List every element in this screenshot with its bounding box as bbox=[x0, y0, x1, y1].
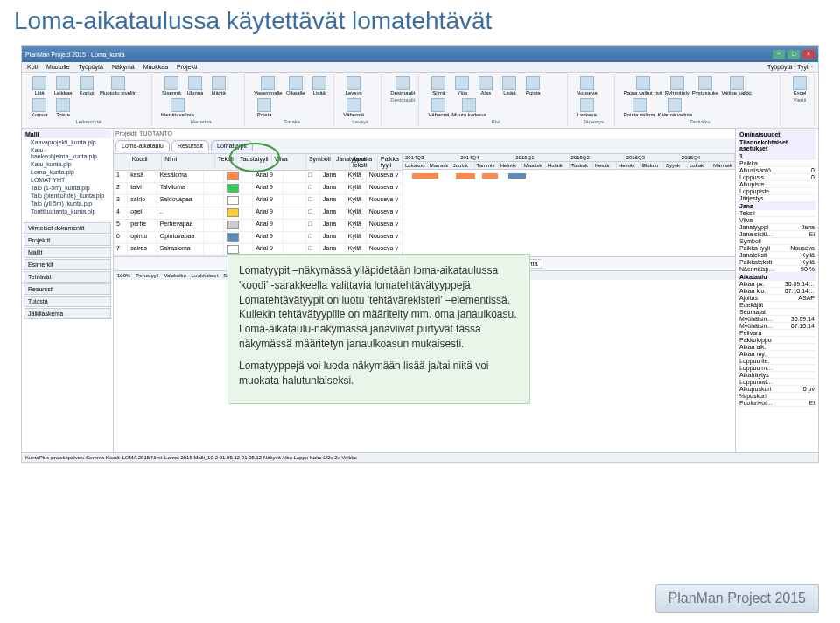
ribbon-btn-vähennä[interactable]: Vähennä bbox=[428, 98, 449, 117]
grid-cell[interactable]: Arial 9 bbox=[253, 171, 284, 182]
prop-row[interactable]: Puolurivoi…Ei bbox=[738, 400, 816, 407]
grid-cell[interactable]: Jana bbox=[320, 183, 346, 194]
grid-cell[interactable] bbox=[204, 244, 224, 256]
menu-näkymä[interactable]: Näkymä bbox=[112, 64, 135, 70]
grid-cell[interactable] bbox=[284, 220, 306, 231]
prop-row[interactable]: Alkupiste bbox=[738, 181, 816, 188]
grid-cell[interactable] bbox=[224, 220, 253, 231]
tree-item[interactable]: Talo (1-5m)_kunta.plp bbox=[24, 184, 111, 192]
prop-value[interactable]: Kyllä bbox=[802, 252, 815, 258]
table-row[interactable]: 6opintoOpintovapaaArial 9□JanaKylläNouse… bbox=[114, 232, 402, 244]
prop-row[interactable]: Loppupiste bbox=[738, 188, 816, 195]
grid-cell[interactable]: sairas bbox=[128, 244, 157, 256]
prop-row[interactable]: Loppuu m… bbox=[738, 365, 816, 372]
grid-cell[interactable]: Arial 9 bbox=[253, 195, 284, 206]
left-tab-jälkilaskenta[interactable]: Jälkilaskenta bbox=[24, 308, 111, 319]
prop-row[interactable]: Alkaa my. bbox=[738, 351, 816, 358]
grid-cell[interactable] bbox=[284, 171, 306, 182]
grid-cell[interactable]: Kyllä bbox=[346, 220, 367, 231]
prop-row[interactable]: JanatekstiKyllä bbox=[738, 252, 816, 259]
tab-loma-aikataulu[interactable]: Loma-aikataulu bbox=[116, 140, 170, 151]
tree-item[interactable]: Katu_kunta.plp bbox=[24, 160, 111, 168]
grid-cell[interactable]: Jana bbox=[320, 220, 346, 231]
grid-cell[interactable]: Nouseva v bbox=[367, 183, 402, 194]
grid-cell[interactable] bbox=[284, 195, 306, 206]
prop-row[interactable]: Pakkoloppu bbox=[738, 337, 816, 344]
grid-cell[interactable]: 5 bbox=[114, 220, 128, 231]
menu-right[interactable]: Työpöytä · Tyyli · bbox=[767, 64, 813, 70]
close-button[interactable]: × bbox=[802, 50, 815, 59]
grid-cell[interactable]: opinto bbox=[128, 232, 157, 243]
prop-value[interactable]: 30.09.14… bbox=[785, 281, 815, 287]
prop-row[interactable]: Aikahäytys bbox=[738, 372, 816, 379]
table-row[interactable]: 3saldoSaldovapaaArial 9□JanaKylläNouseva… bbox=[114, 195, 402, 207]
ribbon-btn-leikkaa[interactable]: Leikkaa bbox=[52, 76, 74, 95]
prop-row[interactable]: Symboli bbox=[738, 238, 816, 245]
prop-row[interactable]: Loppusis.0 bbox=[738, 174, 816, 181]
grid-cell[interactable]: Arial 9 bbox=[253, 232, 284, 243]
grid-cell[interactable]: Talviloma bbox=[158, 183, 205, 194]
grid-cell[interactable]: Kyllä bbox=[346, 183, 367, 194]
menu-muotoile[interactable]: Muotoile bbox=[46, 64, 69, 70]
ribbon-btn-kopioi[interactable]: Kopioi bbox=[76, 76, 97, 95]
grid-cell[interactable] bbox=[224, 183, 253, 194]
ribbon-btn-poista[interactable]: Poista bbox=[254, 98, 275, 117]
grid-cell[interactable]: Saldovapaa bbox=[158, 195, 205, 206]
grid-cell[interactable]: Nouseva v bbox=[367, 195, 402, 206]
ribbon-btn-ylös[interactable]: Ylös bbox=[452, 76, 472, 95]
table-row[interactable]: 5perhePerhevapaaArial 9□JanaKylläNouseva… bbox=[114, 220, 402, 232]
ribbon-btn-alas[interactable]: Alas bbox=[475, 76, 496, 95]
grid-cell[interactable]: 1 bbox=[114, 171, 128, 182]
prop-row[interactable]: Teksti bbox=[738, 210, 816, 217]
grid-cell[interactable] bbox=[224, 171, 253, 182]
status-tab[interactable]: Perustyyli bbox=[136, 273, 158, 278]
prop-row[interactable]: Myöhäisin…07.10.14 bbox=[738, 323, 816, 330]
prop-row[interactable]: Seuraajat bbox=[738, 309, 816, 316]
prop-row[interactable]: Paikka bbox=[738, 160, 816, 167]
grid-cell[interactable] bbox=[284, 207, 306, 219]
grid-cell[interactable]: opeli bbox=[128, 207, 157, 219]
left-tab-mallit[interactable]: Mallit bbox=[24, 247, 111, 258]
ribbon-btn-valitse-kaikki[interactable]: Valitse kaikki bbox=[721, 76, 751, 95]
menu-projekti[interactable]: Projekti bbox=[177, 64, 197, 70]
gantt-bar[interactable] bbox=[412, 173, 438, 178]
left-tab-tehtävät[interactable]: Tehtävät bbox=[24, 271, 111, 283]
prop-value[interactable]: 30.09.14 bbox=[791, 316, 815, 322]
ribbon-btn-desimaalit[interactable]: Desimaalit bbox=[390, 76, 415, 95]
left-tab-tulosta[interactable]: Tulosta bbox=[24, 296, 111, 307]
grid-cell[interactable]: □ bbox=[306, 195, 320, 206]
grid-cell[interactable]: saldo bbox=[128, 195, 157, 206]
grid-cell[interactable]: Kesäloma bbox=[158, 171, 205, 182]
ribbon-btn-laskeva[interactable]: Laskeva bbox=[577, 98, 598, 117]
ribbon-btn-poista-valinta[interactable]: Poista valinta bbox=[624, 98, 655, 117]
left-tab-esimerkit[interactable]: Esimerkit bbox=[24, 259, 111, 270]
minimize-button[interactable]: − bbox=[773, 50, 785, 59]
grid-header-cell[interactable]: Paikka tyyli bbox=[378, 154, 402, 170]
grid-cell[interactable]: 4 bbox=[114, 207, 128, 219]
grid-cell[interactable] bbox=[224, 207, 253, 219]
grid-cell[interactable] bbox=[204, 183, 224, 194]
ribbon-btn-poista[interactable]: Poista bbox=[522, 76, 543, 95]
grid-header-cell[interactable]: Symboli bbox=[306, 154, 333, 170]
prop-row[interactable]: Myöhäisin…30.09.14 bbox=[738, 316, 816, 323]
ribbon-btn-näytä[interactable]: Näytä bbox=[208, 76, 229, 95]
prop-value[interactable]: Nouseva bbox=[790, 245, 815, 251]
grid-cell[interactable]: Arial 9 bbox=[253, 207, 284, 219]
status-tab[interactable]: Luokitukset bbox=[192, 273, 218, 278]
table-row[interactable]: 4opeli..Arial 9□JanaKylläNouseva v bbox=[114, 207, 402, 220]
tab-lomatyypit[interactable]: Lomatyypit bbox=[211, 140, 253, 151]
grid-cell[interactable]: Jana bbox=[320, 207, 346, 219]
tree-item[interactable]: Loma_kunta.plp bbox=[24, 168, 111, 176]
grid-cell[interactable] bbox=[204, 171, 224, 182]
ribbon-btn-nouseva[interactable]: Nouseva bbox=[577, 76, 598, 95]
grid-cell[interactable]: 2 bbox=[114, 183, 128, 194]
prop-row[interactable]: JanatyyppiJana bbox=[738, 224, 816, 231]
prop-row[interactable]: Jana sisäl…Ei bbox=[738, 231, 816, 238]
grid-cell[interactable]: Jana bbox=[320, 232, 346, 243]
grid-cell[interactable] bbox=[224, 232, 253, 243]
prop-row[interactable]: Paikka tyyliNouseva bbox=[738, 245, 816, 252]
grid-header-cell[interactable]: Koodi bbox=[130, 154, 162, 170]
ribbon-btn-siirrä[interactable]: Siirrä bbox=[428, 76, 449, 95]
prop-row[interactable]: Alkaa pv.30.09.14… bbox=[738, 281, 816, 288]
grid-cell[interactable] bbox=[224, 195, 253, 206]
